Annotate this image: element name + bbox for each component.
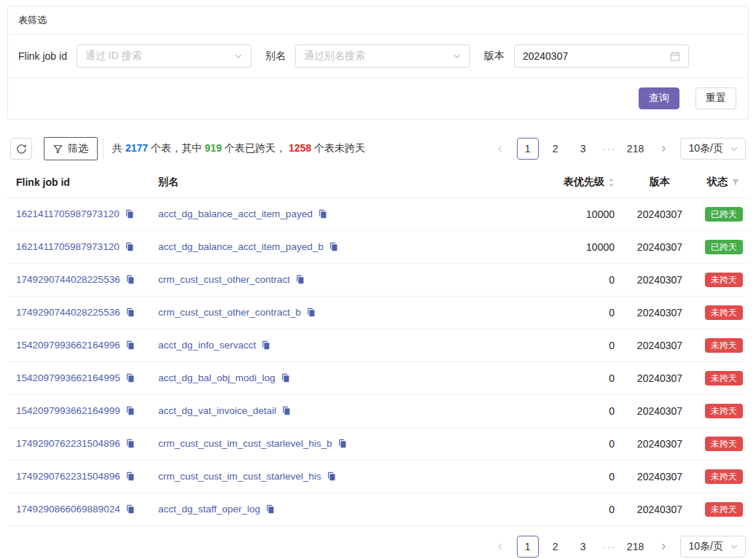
status-badge: 未跨天 bbox=[705, 437, 743, 451]
version-cell: 20240307 bbox=[623, 395, 696, 428]
filter-row: Flink job id 通过 ID 搜索 别名 通过别名搜索 版本 20240… bbox=[8, 35, 748, 77]
copy-icon[interactable] bbox=[125, 275, 135, 286]
copy-icon[interactable] bbox=[261, 340, 270, 352]
alias-link[interactable]: crm_cust_cust_other_contract_b bbox=[158, 307, 301, 318]
table-row[interactable]: 1621411705987973120 acct_dg_balance_acct… bbox=[7, 198, 749, 231]
pagination-page-2[interactable]: 2 bbox=[545, 138, 566, 160]
chevron-down-icon bbox=[234, 52, 243, 60]
pagination-page-3[interactable]: 3 bbox=[572, 138, 594, 160]
alias-link[interactable]: acct_dg_balance_acct_item_payed bbox=[158, 208, 313, 219]
refresh-button[interactable] bbox=[10, 138, 32, 160]
alias-link[interactable]: crm_cust_cust_im_cust_starlevel_his_b bbox=[158, 438, 332, 449]
copy-icon[interactable] bbox=[125, 472, 135, 483]
status-badge: 未跨天 bbox=[705, 404, 743, 418]
filter-funnel-icon bbox=[53, 144, 63, 154]
filter-toggle-label: 筛选 bbox=[68, 142, 88, 155]
flink-job-id-link[interactable]: 1749290866069889024 bbox=[16, 504, 120, 515]
priority-cell: 0 bbox=[525, 395, 623, 428]
priority-cell: 0 bbox=[525, 461, 623, 493]
alias-link[interactable]: acct_dg_balance_acct_item_payed_b bbox=[158, 241, 324, 252]
table-row[interactable]: 1621411705987973120 acct_dg_balance_acct… bbox=[7, 231, 749, 264]
copy-icon[interactable] bbox=[306, 308, 316, 319]
copy-icon[interactable] bbox=[125, 209, 134, 221]
pagination-page-2[interactable]: 2 bbox=[545, 536, 566, 558]
copy-icon[interactable] bbox=[125, 439, 135, 450]
alias-link[interactable]: crm_cust_cust_im_cust_starlevel_his bbox=[158, 471, 322, 482]
pagination-page-last[interactable]: 218 bbox=[625, 536, 647, 558]
summary-seg1: 个表，其中 bbox=[148, 142, 205, 154]
flink-job-id-link[interactable]: 1749290744028225536 bbox=[16, 307, 120, 318]
table-row[interactable]: 1749290762231504896 crm_cust_cust_im_cus… bbox=[7, 428, 749, 461]
copy-icon[interactable] bbox=[281, 406, 291, 418]
alias-link[interactable]: crm_cust_cust_other_contract bbox=[158, 274, 290, 285]
table-row[interactable]: 1749290744028225536 crm_cust_cust_other_… bbox=[7, 297, 749, 329]
reset-button[interactable]: 重置 bbox=[695, 87, 736, 109]
toolbar-divider bbox=[103, 138, 104, 160]
pagination-ellipsis[interactable]: ··· bbox=[600, 143, 619, 155]
version-date-input[interactable]: 20240307 bbox=[514, 44, 689, 68]
filter-toggle-button[interactable]: 筛选 bbox=[44, 137, 98, 160]
table-row[interactable]: 1749290866069889024 acct_dg_staff_oper_l… bbox=[7, 493, 749, 526]
table-row[interactable]: 1542097993662164996 acct_dg_info_servacc… bbox=[7, 329, 749, 362]
copy-icon[interactable] bbox=[125, 308, 135, 319]
copy-icon[interactable] bbox=[327, 472, 336, 483]
page-size-select[interactable]: 10条/页 bbox=[680, 536, 746, 558]
copy-icon[interactable] bbox=[281, 373, 290, 385]
copy-icon[interactable] bbox=[125, 242, 134, 254]
version-cell: 20240307 bbox=[623, 461, 696, 493]
pagination-prev-icon[interactable] bbox=[489, 138, 511, 160]
copy-icon[interactable] bbox=[295, 275, 305, 286]
flink-job-id-link[interactable]: 1542097993662164999 bbox=[16, 405, 120, 416]
crossed-count: 919 bbox=[205, 142, 222, 154]
table-row[interactable]: 1542097993662164999 acct_dg_vat_invoice_… bbox=[7, 395, 749, 428]
pagination-prev-icon[interactable] bbox=[489, 536, 511, 558]
copy-icon[interactable] bbox=[265, 504, 275, 516]
chevron-down-icon bbox=[453, 52, 461, 60]
pagination-ellipsis[interactable]: ··· bbox=[600, 541, 619, 552]
header-priority[interactable]: 表优先级 bbox=[525, 168, 623, 198]
pagination-page-last[interactable]: 218 bbox=[625, 138, 647, 160]
search-button[interactable]: 查询 bbox=[639, 87, 679, 109]
copy-icon[interactable] bbox=[318, 209, 327, 221]
pagination-page-1[interactable]: 1 bbox=[517, 536, 539, 558]
table-row[interactable]: 1749290744028225536 crm_cust_cust_other_… bbox=[7, 264, 749, 297]
flink-job-id-link[interactable]: 1542097993662164996 bbox=[16, 340, 120, 351]
alias-select[interactable]: 通过别名搜索 bbox=[295, 44, 470, 68]
data-table: Flink job id 别名 表优先级 版本 状态 1621411705987… bbox=[7, 168, 749, 526]
flink-job-id-link[interactable]: 1749290762231504896 bbox=[16, 471, 120, 482]
filter-card-title: 表筛选 bbox=[8, 7, 748, 35]
table-row[interactable]: 1749290762231504896 crm_cust_cust_im_cus… bbox=[7, 461, 749, 493]
status-badge: 未跨天 bbox=[705, 273, 743, 287]
copy-icon[interactable] bbox=[125, 504, 135, 516]
copy-icon[interactable] bbox=[338, 439, 347, 450]
flink-job-id-link[interactable]: 1621411705987973120 bbox=[16, 241, 120, 252]
copy-icon[interactable] bbox=[125, 373, 135, 385]
alias-link[interactable]: acct_dg_info_servacct bbox=[158, 340, 256, 351]
header-status[interactable]: 状态 bbox=[696, 168, 749, 198]
alias-link[interactable]: acct_dg_staff_oper_log bbox=[158, 504, 260, 515]
alias-link[interactable]: acct_dg_bal_obj_modi_log bbox=[158, 372, 276, 383]
pagination-page-3[interactable]: 3 bbox=[572, 536, 594, 558]
pagination-page-1[interactable]: 1 bbox=[517, 138, 539, 160]
sort-icon[interactable] bbox=[608, 178, 615, 187]
flink-job-id-link[interactable]: 1621411705987973120 bbox=[16, 208, 120, 219]
copy-icon[interactable] bbox=[125, 340, 135, 352]
flink-job-id-link[interactable]: 1749290762231504896 bbox=[16, 438, 120, 449]
summary-prefix: 共 bbox=[112, 142, 125, 154]
status-badge: 未跨天 bbox=[705, 502, 743, 517]
version-value: 20240307 bbox=[523, 50, 670, 62]
copy-icon[interactable] bbox=[329, 242, 338, 254]
pagination-next-icon[interactable] bbox=[652, 536, 674, 558]
flink-job-id-link[interactable]: 1542097993662164995 bbox=[16, 372, 120, 383]
pagination-next-icon[interactable] bbox=[652, 138, 674, 160]
page-size-select[interactable]: 10条/页 bbox=[680, 138, 746, 160]
flink-job-id-link[interactable]: 1749290744028225536 bbox=[16, 274, 120, 285]
bottom-bar: 1 2 3 ··· 218 10条/页 bbox=[10, 536, 746, 558]
alias-link[interactable]: acct_dg_vat_invoice_detail bbox=[158, 405, 276, 416]
flink-job-id-select[interactable]: 通过 ID 搜索 bbox=[77, 44, 252, 68]
summary-text: 共 2177 个表，其中 919 个表已跨天， 1258 个表未跨天 bbox=[112, 142, 365, 155]
filter-funnel-icon[interactable] bbox=[731, 178, 740, 187]
copy-icon[interactable] bbox=[125, 406, 135, 418]
table-row[interactable]: 1542097993662164995 acct_dg_bal_obj_modi… bbox=[7, 362, 749, 395]
header-priority-label: 表优先级 bbox=[564, 176, 604, 189]
